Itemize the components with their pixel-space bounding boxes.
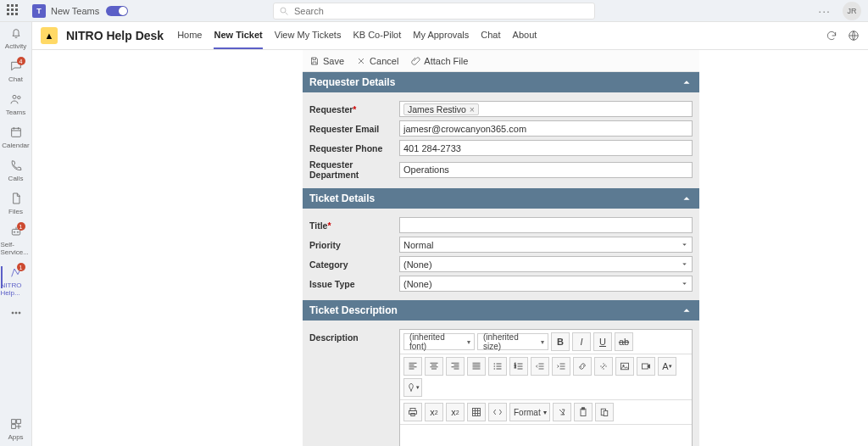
rte-align-right[interactable] [446, 357, 465, 376]
rte-align-justify[interactable] [467, 357, 486, 376]
globe-icon[interactable] [848, 30, 860, 42]
issue-type-select[interactable]: (None) [399, 276, 693, 292]
category-select[interactable]: (None) [399, 256, 693, 272]
tab-view-tickets[interactable]: View My Tickets [275, 22, 342, 49]
rte-outdent[interactable] [531, 357, 549, 376]
rail-teams[interactable]: Teams [1, 92, 31, 116]
chevron-up-icon [681, 304, 693, 316]
nitro-icon: 1 [8, 265, 24, 280]
rail-calls[interactable]: Calls [1, 158, 31, 182]
svg-point-6 [14, 231, 14, 232]
label-title: Title* [309, 220, 399, 231]
rte-print[interactable] [403, 403, 422, 421]
app-rail: Activity 4 Chat Teams Calendar Calls Fil… [0, 22, 32, 446]
chevron-down-icon [681, 260, 688, 268]
svg-point-15 [494, 363, 496, 365]
svg-rect-4 [11, 128, 20, 137]
label-issue-type: Issue Type [309, 279, 399, 289]
rte-indent[interactable] [552, 357, 570, 376]
rte-paste[interactable] [574, 403, 593, 421]
tab-new-ticket[interactable]: New Ticket [214, 22, 262, 49]
tab-about[interactable]: About [513, 22, 537, 49]
global-search[interactable] [273, 3, 595, 20]
rte-table[interactable] [467, 403, 486, 421]
tab-approvals[interactable]: My Approvals [413, 22, 469, 49]
svg-rect-22 [643, 364, 648, 369]
more-icon[interactable]: ··· [818, 4, 831, 18]
requester-dept-field[interactable] [399, 162, 693, 178]
title-field[interactable] [399, 217, 693, 233]
svg-point-0 [281, 8, 286, 13]
svg-rect-11 [11, 420, 15, 424]
requester-phone-field[interactable] [399, 140, 693, 156]
save-button[interactable]: Save [309, 56, 344, 66]
calendar-icon [8, 125, 24, 140]
rte-code[interactable] [488, 403, 507, 421]
rich-text-editor: (inherited font) (inherited size) B I U … [399, 329, 693, 446]
rail-calendar[interactable]: Calendar [1, 125, 31, 149]
tab-chat[interactable]: Chat [481, 22, 500, 49]
svg-rect-13 [11, 425, 15, 429]
rte-superscript[interactable]: x2 [446, 403, 465, 421]
rail-activity[interactable]: Activity [1, 25, 31, 50]
rail-chat[interactable]: 4 Chat [1, 59, 31, 83]
label-requester-phone: Requester Phone [309, 143, 399, 153]
rte-align-center[interactable] [425, 357, 443, 376]
requester-field[interactable]: James Restivo× [399, 101, 693, 117]
app-launcher-icon[interactable] [7, 4, 20, 18]
rte-bullet-list[interactable] [488, 357, 507, 376]
avatar[interactable]: JR [843, 2, 861, 20]
rte-align-left[interactable] [403, 357, 422, 376]
svg-point-16 [494, 365, 496, 367]
label-requester-email: Requester Email [309, 124, 399, 134]
rte-size-select[interactable]: (inherited size) [477, 333, 548, 350]
rail-apps[interactable]: Apps [1, 416, 31, 441]
rte-underline[interactable]: U [593, 332, 612, 351]
requester-email-field[interactable] [399, 120, 693, 137]
rte-image[interactable] [615, 357, 634, 376]
app-logo-icon: ▲ [41, 27, 58, 44]
attach-file-button[interactable]: Attach File [410, 56, 468, 66]
rte-italic[interactable]: I [572, 332, 591, 351]
new-teams-toggle[interactable] [106, 6, 128, 16]
svg-text:2: 2 [515, 365, 516, 369]
rte-bold[interactable]: B [551, 332, 570, 351]
rte-font-select[interactable]: (inherited font) [403, 333, 475, 350]
requester-chip[interactable]: James Restivo× [403, 103, 479, 115]
cancel-button[interactable]: Cancel [356, 56, 398, 66]
rte-link[interactable] [573, 357, 592, 376]
svg-rect-20 [621, 363, 629, 370]
rte-highlight[interactable]: ▾ [403, 378, 422, 397]
app-title: NITRO Help Desk [66, 29, 164, 42]
search-input[interactable] [294, 6, 589, 16]
tab-kb-copilot[interactable]: KB Co-Pilot [353, 22, 401, 49]
priority-select[interactable]: Normal [399, 237, 693, 253]
rail-files[interactable]: Files [1, 191, 31, 215]
rte-font-color[interactable]: A▾ [658, 357, 676, 376]
chevron-up-icon [681, 192, 693, 204]
refresh-icon[interactable] [826, 30, 837, 42]
tab-home[interactable]: Home [177, 22, 202, 49]
chevron-down-icon [681, 241, 688, 248]
rte-format-select[interactable]: Format [509, 403, 550, 421]
rte-subscript[interactable]: x2 [425, 403, 443, 421]
section-ticket-description[interactable]: Ticket Description [303, 300, 699, 321]
rte-strike[interactable]: ab [615, 332, 633, 351]
svg-point-2 [13, 95, 16, 98]
svg-point-17 [494, 368, 496, 370]
rte-unlink[interactable] [594, 357, 613, 376]
rte-video[interactable] [637, 357, 655, 376]
file-icon [8, 191, 24, 206]
svg-rect-23 [410, 409, 415, 411]
rte-clear-format[interactable] [553, 403, 571, 421]
rail-nitro-help[interactable]: 1 NITRO Help... [1, 265, 31, 297]
rte-paste-plain[interactable] [595, 403, 614, 421]
chevron-down-icon [681, 280, 688, 287]
ellipsis-icon [8, 305, 24, 321]
section-requester-details[interactable]: Requester Details [303, 72, 699, 92]
description-textarea[interactable] [400, 425, 692, 446]
rail-more[interactable] [1, 305, 31, 321]
rail-selfservice[interactable]: 1 Self-Service... [1, 224, 31, 256]
section-ticket-details[interactable]: Ticket Details [303, 188, 699, 209]
rte-numbered-list[interactable]: 12 [509, 357, 528, 376]
